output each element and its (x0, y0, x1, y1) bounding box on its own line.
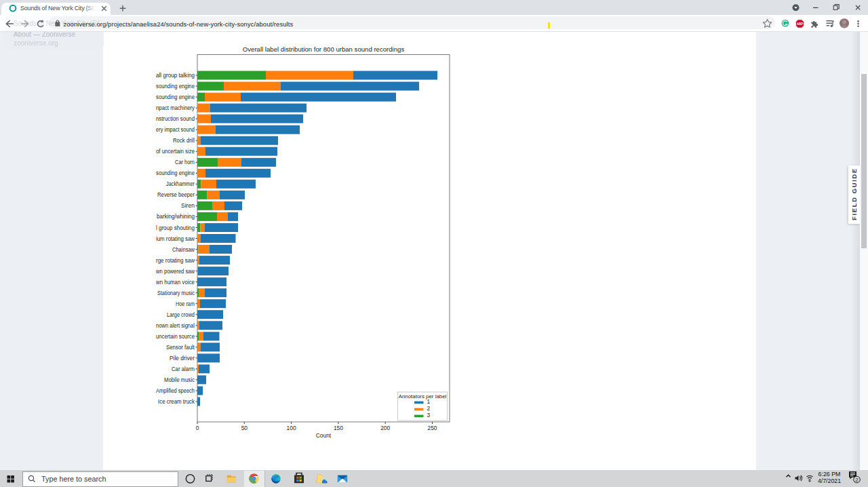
svg-text:Car horn: Car horn (175, 159, 195, 165)
svg-text:2: 2 (855, 477, 859, 483)
svg-text:3: 3 (427, 412, 431, 418)
svg-text:100: 100 (287, 425, 296, 431)
svg-text:Chainsaw: Chainsaw (172, 246, 195, 253)
svg-text:Large crowd: Large crowd (167, 311, 195, 318)
svg-text:Overall label distribution for: Overall label distribution for 800 urban… (243, 45, 405, 53)
svg-text:Sensor fault: Sensor fault (166, 344, 195, 351)
svg-text:Annotators per label: Annotators per label (399, 393, 447, 400)
svg-text:0: 0 (196, 425, 199, 431)
svg-text:nstruction sound: nstruction sound (156, 115, 195, 122)
svg-text:nown alert signal: nown alert signal (156, 322, 195, 329)
svg-text:uncertain source: uncertain source (156, 333, 195, 340)
svg-text:50: 50 (241, 425, 248, 431)
svg-text:Pile driver: Pile driver (170, 355, 195, 362)
svg-text:wn human voice: wn human voice (155, 279, 195, 286)
svg-text:ABP: ABP (797, 22, 804, 26)
svg-text:rge rotating saw: rge rotating saw (156, 257, 195, 264)
svg-text:150: 150 (334, 425, 343, 431)
svg-text:Mobile music: Mobile music (164, 376, 195, 383)
svg-text:250: 250 (428, 425, 437, 431)
svg-text:200: 200 (380, 425, 390, 431)
svg-text:Jackhammer: Jackhammer (166, 180, 195, 187)
svg-text:Reverse beeper: Reverse beeper (157, 191, 195, 198)
svg-text:Stationary music: Stationary music (157, 290, 195, 296)
svg-text:barking/whining: barking/whining (157, 213, 195, 220)
svg-text:Ice cream truck: Ice cream truck (158, 398, 195, 405)
svg-text:Siren: Siren (181, 202, 195, 209)
svg-text:Rock drill: Rock drill (173, 137, 195, 144)
svg-text:Hoe ram: Hoe ram (176, 300, 195, 307)
svg-text:of uncertain size: of uncertain size (156, 148, 195, 155)
svg-text:ium rotating saw: ium rotating saw (156, 235, 195, 242)
svg-text:Count: Count (316, 432, 332, 439)
svg-text:1: 1 (427, 398, 431, 405)
svg-text:Amplified speech: Amplified speech (156, 387, 195, 394)
svg-text:sounding engine: sounding engine (156, 83, 195, 90)
svg-text:wn powered saw: wn powered saw (155, 268, 195, 275)
svg-text:ery impact sound: ery impact sound (156, 126, 195, 133)
svg-text:npact machinery: npact machinery (156, 104, 195, 111)
svg-text:all group talking: all group talking (156, 72, 195, 79)
svg-text:Car alarm: Car alarm (172, 366, 195, 372)
svg-text:2: 2 (427, 405, 431, 412)
svg-text:sounding engine: sounding engine (156, 94, 195, 100)
svg-text:sounding engine: sounding engine (156, 170, 195, 176)
svg-text:l group shouting: l group shouting (156, 225, 195, 231)
